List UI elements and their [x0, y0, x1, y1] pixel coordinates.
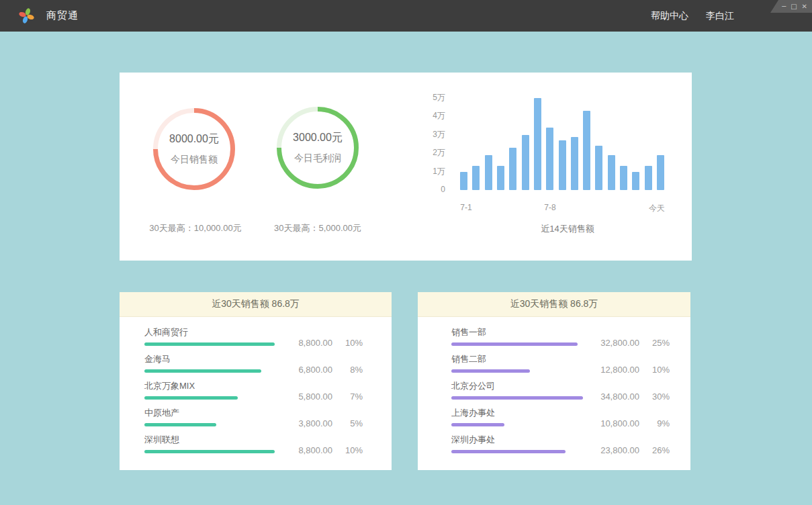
help-center-link[interactable]: 帮助中心	[651, 10, 688, 22]
rank-bar-track	[144, 396, 277, 400]
rank-row-percent: 5%	[332, 418, 363, 428]
summary-card: 8000.00元 今日销售额 30天最高：10,000.00元 3000.00元…	[120, 73, 692, 261]
close-icon[interactable]: ✕	[802, 3, 807, 10]
sales-bar	[657, 155, 664, 190]
rank-row-percent: 10%	[639, 365, 670, 375]
rank-row-main: 北京万象MIX	[144, 381, 279, 400]
rank-row-main: 中原地产	[144, 408, 279, 426]
rank-row-name: 深圳办事处	[451, 434, 586, 445]
y-tick-label: 4万	[405, 111, 445, 120]
today-profit-gauge: 3000.00元 今日毛利润	[276, 106, 359, 189]
rank-row-name: 金海马	[144, 354, 279, 364]
rank-row-value: 6,800.00	[279, 365, 332, 375]
rank-row: 销售二部12,800.0010%	[451, 354, 690, 373]
today-profit-label: 今日毛利润	[294, 152, 341, 165]
today-profit-value: 3000.00元	[293, 131, 343, 145]
rank-bar	[144, 450, 275, 453]
rank-row-main: 北京分公司	[451, 381, 586, 400]
rank-row-name: 北京分公司	[451, 381, 586, 391]
rank-row-main: 人和商贸行	[144, 327, 279, 346]
rank-row-name: 深圳联想	[144, 434, 279, 445]
rank-bar	[144, 369, 261, 373]
rank-row-value: 3,800.00	[279, 418, 332, 428]
rank-row-stats: 23,800.0026%	[586, 437, 695, 455]
customer-rank-list: 人和商贸行8,800.0010%金海马6,800.008%北京万象MIX5,80…	[120, 317, 392, 453]
y-tick-label: 5万	[405, 93, 445, 102]
y-tick-label: 0	[405, 185, 445, 194]
minimize-icon[interactable]: ─	[782, 3, 786, 10]
x-tick-last: 今天	[649, 203, 665, 214]
rank-row-name: 上海办事处	[451, 408, 586, 418]
user-name-menu[interactable]: 李白江	[706, 10, 734, 22]
x-tick-middle: 7-8	[544, 203, 555, 212]
department-rank-title: 近30天销售额 86.8万	[418, 292, 690, 317]
gauge-center-text: 8000.00元 今日销售额	[152, 107, 236, 191]
maximize-icon[interactable]: □	[791, 3, 797, 10]
rank-row-main: 销售一部	[451, 327, 586, 346]
rank-row-percent: 10%	[332, 445, 363, 455]
rank-row-stats: 5,800.007%	[279, 383, 398, 402]
rank-bar-track	[451, 369, 584, 373]
y-tick-label: 2万	[405, 148, 445, 157]
rank-row: 金海马6,800.008%	[144, 354, 392, 373]
rank-row-name: 销售二部	[451, 354, 586, 364]
rank-bar	[451, 450, 566, 453]
rank-row-main: 上海办事处	[451, 408, 586, 426]
rank-bar-track	[144, 369, 277, 373]
rank-bar-track	[144, 423, 277, 426]
rank-bar	[144, 396, 238, 400]
sales-bar	[559, 140, 566, 190]
today-sales-value: 8000.00元	[169, 132, 219, 146]
gauge-center-text: 3000.00元 今日毛利润	[276, 106, 359, 189]
rank-row-percent: 10%	[332, 338, 363, 348]
today-sales-gauge: 8000.00元 今日销售额	[152, 107, 236, 191]
sales-30day-max: 30天最高：10,000.00元	[149, 222, 241, 234]
y-tick-label: 3万	[405, 130, 445, 139]
rank-row-stats: 32,800.0025%	[586, 329, 695, 348]
customer-rank-card: 近30天销售额 86.8万 人和商贸行8,800.0010%金海马6,800.0…	[120, 292, 392, 470]
rank-row-main: 金海马	[144, 354, 279, 373]
rank-row-percent: 7%	[332, 392, 363, 402]
rank-row-name: 人和商贸行	[144, 327, 279, 337]
rank-row-percent: 25%	[639, 338, 670, 348]
rank-bar	[451, 369, 530, 373]
rank-bar-track	[144, 450, 277, 453]
sales-bar	[632, 172, 639, 190]
department-rank-card: 近30天销售额 86.8万 销售一部32,800.0025%销售二部12,800…	[418, 292, 690, 470]
rank-row: 深圳联想8,800.0010%	[144, 434, 392, 453]
sales-bar	[509, 148, 516, 190]
profit-30day-max: 30天最高：5,000.00元	[274, 222, 361, 234]
rank-row-main: 销售二部	[451, 354, 586, 373]
app-logo-pinwheel-icon	[17, 7, 36, 25]
rank-row-stats: 12,800.0010%	[586, 356, 695, 375]
rank-row-main: 深圳联想	[144, 434, 279, 453]
rank-row-stats: 8,800.0010%	[279, 329, 398, 348]
rank-bar-track	[451, 423, 584, 426]
rank-row: 销售一部32,800.0025%	[451, 327, 690, 346]
sales-bar	[608, 155, 615, 190]
titlebar: 商贸通 帮助中心 李白江 ─ □ ✕	[0, 0, 812, 32]
rank-row-value: 8,800.00	[279, 338, 332, 348]
app-title: 商贸通	[46, 9, 79, 22]
rank-row-value: 10,800.00	[586, 418, 639, 428]
rank-row-value: 23,800.00	[586, 445, 639, 455]
rank-row-value: 8,800.00	[279, 445, 332, 455]
rank-row-main: 深圳办事处	[451, 434, 586, 453]
rank-row: 中原地产3,800.005%	[144, 408, 392, 426]
rank-row-value: 34,800.00	[586, 392, 639, 402]
rank-row-stats: 3,800.005%	[279, 410, 398, 428]
rank-row-name: 中原地产	[144, 408, 279, 418]
rank-row-name: 北京万象MIX	[144, 381, 279, 391]
sales-bar	[620, 166, 627, 190]
rank-bar	[451, 423, 504, 426]
rank-row: 上海办事处10,800.009%	[451, 408, 690, 426]
today-sales-label: 今日销售额	[171, 154, 218, 166]
rank-bar-track	[451, 342, 584, 346]
rank-row: 北京万象MIX5,800.007%	[144, 381, 392, 400]
rank-bar-track	[144, 342, 277, 346]
rank-bar	[451, 396, 583, 400]
sales-bar	[595, 146, 602, 190]
rank-row-stats: 8,800.0010%	[279, 437, 398, 455]
rank-bar-track	[451, 450, 584, 453]
rank-row: 人和商贸行8,800.0010%	[144, 327, 392, 346]
